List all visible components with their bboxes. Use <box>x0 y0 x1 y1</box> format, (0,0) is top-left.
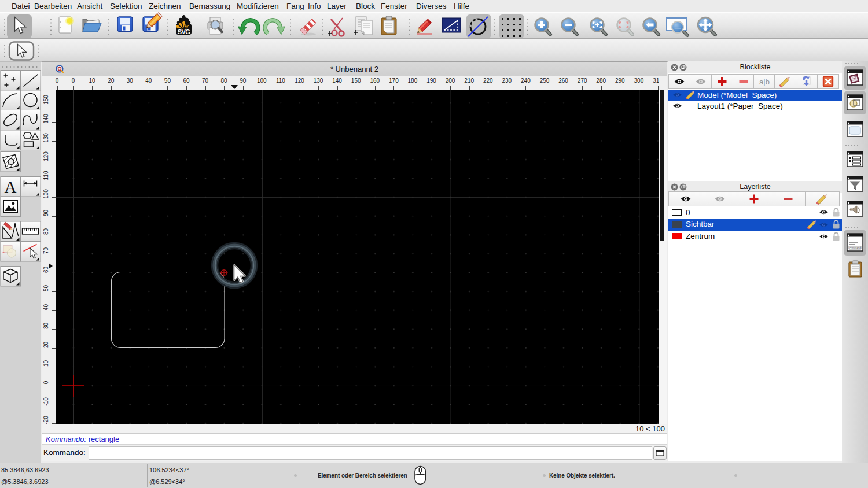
svg-text:a|b: a|b <box>759 77 770 86</box>
svg-text:SVG: SVG <box>178 28 190 35</box>
svg-text:A: A <box>5 178 17 196</box>
svg-text:command: command <box>849 247 861 250</box>
